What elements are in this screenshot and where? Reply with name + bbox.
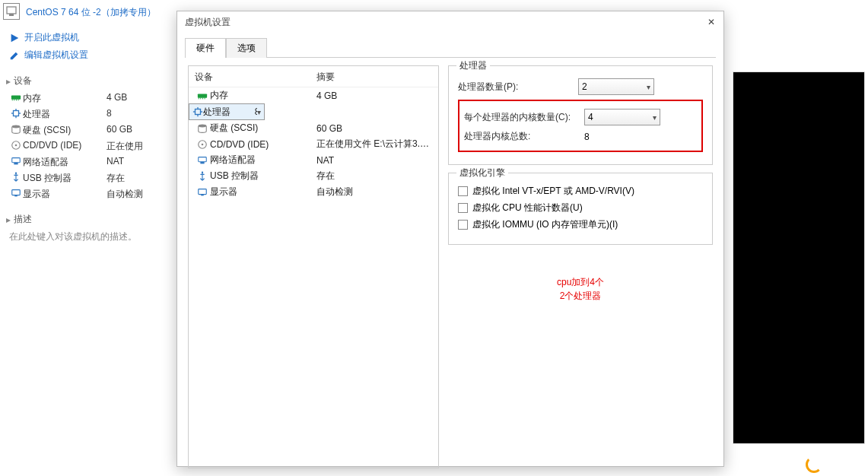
processor-group-title: 处理器 [456,59,490,72]
hardware-row[interactable]: 显示器自动检测 [189,184,438,200]
checkbox-icon [458,186,468,196]
hardware-summary: 存在 [316,170,335,182]
dialog-tabs: 硬件 选项 [185,37,716,58]
device-name: 内存 [23,92,107,105]
start-vm-label: 开启此虚拟机 [24,31,79,44]
total-cores-value: 8 [584,132,590,142]
hardware-summary: 8 [255,106,257,117]
device-value: 60 GB [107,124,132,137]
virt-group-title: 虚拟化引擎 [456,167,508,179]
dialog-title: 虚拟机设置 [177,11,723,33]
mem-icon [195,90,210,101]
hardware-summary: 60 GB [316,123,342,134]
hardware-name: 处理器 [203,106,255,119]
processors-select[interactable]: 2 [578,78,654,95]
hardware-summary: 正在使用文件 E:\云计算3.0\Lin... [316,138,431,151]
disp-icon [9,188,23,201]
hardware-summary: 自动检测 [316,186,353,198]
net-icon [195,155,210,166]
start-vm-action[interactable]: 开启此虚拟机 [6,29,169,46]
vm-name: CentOS 7 64 位 -2（加拷专用） [26,7,156,17]
disp-icon [195,187,210,198]
col-device: 设备 [195,71,316,84]
total-cores-label: 处理器内核总数: [464,130,578,143]
hardware-row[interactable]: USB 控制器存在 [189,168,438,184]
hardware-list: 设备 摘要 内存4 GB处理器8硬盘 (SCSI)60 GBCD/DVD (ID… [188,65,439,468]
hardware-row[interactable]: CD/DVD (IDE)正在使用文件 E:\云计算3.0\Lin... [189,136,438,152]
hardware-row[interactable]: 硬盘 (SCSI)60 GB [189,120,438,136]
device-value: 4 GB [107,92,127,105]
edit-vm-label: 编辑虚拟机设置 [24,49,88,62]
hardware-summary: 4 GB [316,90,337,101]
vm-summary-panel: 开启此虚拟机 编辑虚拟机设置 设备 内存4 GB处理器8硬盘 (SCSI)60 … [0,26,175,248]
net-icon [9,156,23,169]
vtx-checkbox[interactable]: 虚拟化 Intel VT-x/EPT 或 AMD-V/RVI(V) [458,185,703,198]
devices-section-header[interactable]: 设备 [6,75,169,87]
hardware-row[interactable]: 网络适配器NAT [189,152,438,168]
device-row[interactable]: 硬盘 (SCSI)60 GB [6,122,169,138]
usb-icon [195,171,210,182]
cores-select[interactable]: 4 [584,109,660,125]
tab-options[interactable]: 选项 [226,38,267,58]
cpu-icon [9,108,23,121]
hardware-name: 内存 [210,89,316,102]
disk-icon [9,124,23,137]
annotation-text: cpu加到4个 2个处理器 [448,275,713,303]
device-row[interactable]: 显示器自动检测 [6,186,169,202]
device-row[interactable]: CD/DVD (IDE)正在使用 [6,138,169,154]
vm-preview-thumbnail [733,71,865,444]
watermark: 创新互联 [806,456,863,473]
edit-vm-action[interactable]: 编辑虚拟机设置 [6,46,169,64]
device-row[interactable]: 网络适配器NAT [6,154,169,170]
device-value: 存在 [107,172,125,185]
hardware-name: USB 控制器 [210,170,316,182]
hardware-name: 硬盘 (SCSI) [210,122,316,135]
play-icon [9,33,20,43]
device-name: 显示器 [23,188,107,201]
hardware-row[interactable]: 处理器8 [189,103,265,120]
edit-icon [9,50,20,61]
device-value: 8 [107,108,112,121]
processors-label: 处理器数量(P): [458,81,572,94]
device-name: 硬盘 (SCSI) [23,124,107,137]
device-row[interactable]: 处理器8 [6,106,169,122]
col-summary: 摘要 [316,71,335,84]
hardware-name: 显示器 [210,186,316,198]
iommu-checkbox[interactable]: 虚拟化 IOMMU (IO 内存管理单元)(I) [458,218,703,231]
device-value: 正在使用 [107,140,143,153]
device-name: CD/DVD (IDE) [23,140,107,153]
hardware-list-header: 设备 摘要 [189,69,438,87]
hardware-detail-pane: 处理器 处理器数量(P): 2 每个处理器的内核数量(C): 4 处理器内核总数… [448,65,713,468]
device-row[interactable]: USB 控制器存在 [6,170,169,186]
checkbox-icon [458,203,468,213]
device-name: 处理器 [23,108,107,121]
vm-settings-dialog: 虚拟机设置 ✕ 硬件 选项 设备 摘要 内存4 GB处理器8硬盘 (SCSI)6… [176,11,724,467]
virtualization-group: 虚拟化引擎 虚拟化 Intel VT-x/EPT 或 AMD-V/RVI(V) … [448,173,713,245]
cd-icon [9,140,23,153]
cores-highlight: 每个处理器的内核数量(C): 4 处理器内核总数: 8 [458,100,703,152]
tab-hardware[interactable]: 硬件 [185,38,226,58]
hardware-name: CD/DVD (IDE) [210,139,316,150]
cd-icon [195,139,210,150]
device-row[interactable]: 内存4 GB [6,90,169,106]
close-button[interactable]: ✕ [704,14,719,30]
vm-icon [3,3,20,20]
device-name: USB 控制器 [23,172,107,185]
device-name: 网络适配器 [23,156,107,169]
perf-counter-checkbox[interactable]: 虚拟化 CPU 性能计数器(U) [458,202,703,214]
checkbox-icon [458,220,468,230]
cpu-icon [192,106,203,117]
device-value: 自动检测 [107,188,143,201]
hardware-summary: NAT [316,155,334,166]
cores-label: 每个处理器的内核数量(C): [464,111,578,124]
disk-icon [195,123,210,134]
hardware-name: 网络适配器 [210,154,316,167]
description-section-header[interactable]: 描述 [6,213,169,226]
description-placeholder[interactable]: 在此处键入对该虚拟机的描述。 [6,229,169,245]
mem-icon [9,92,23,105]
usb-icon [9,172,23,185]
processor-group: 处理器 处理器数量(P): 2 每个处理器的内核数量(C): 4 处理器内核总数… [448,65,713,165]
hardware-row[interactable]: 内存4 GB [189,87,438,103]
watermark-logo-icon [806,456,822,473]
device-value: NAT [107,156,124,169]
